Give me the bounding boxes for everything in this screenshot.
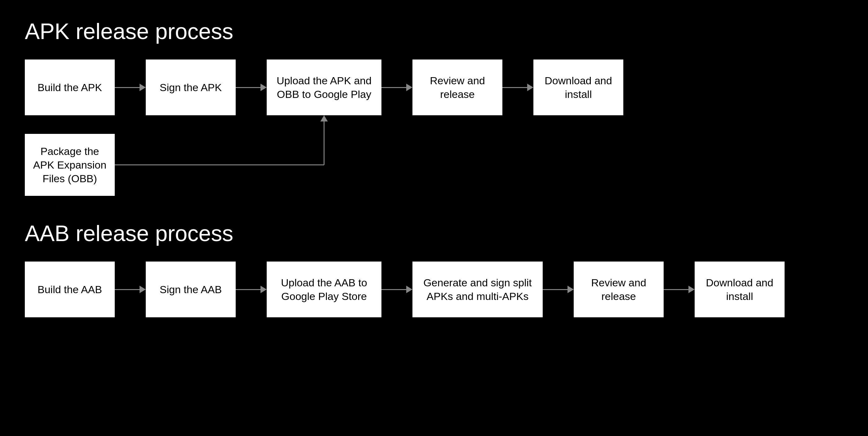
arrow-1 <box>115 84 146 91</box>
arrow-head <box>140 84 146 91</box>
sign-aab-box: Sign the AAB <box>146 262 236 317</box>
arrow-line <box>236 87 260 88</box>
arrow-head <box>688 286 695 293</box>
arrow-line <box>664 289 688 290</box>
arrow-head <box>406 286 412 293</box>
review-aab-box: Review and release <box>574 262 664 317</box>
apk-top-flow: Build the APK Sign the APK <box>25 60 623 115</box>
arrow-4 <box>502 84 533 91</box>
review-apk-box: Review and release <box>412 60 502 115</box>
arrow-head <box>406 84 412 91</box>
arrow-aab-2 <box>236 286 267 293</box>
arrow-3 <box>381 84 412 91</box>
obb-box: Package the APK Expansion Files (OBB) <box>25 134 115 196</box>
arrow-head <box>567 286 574 293</box>
svg-marker-2 <box>320 115 328 122</box>
aab-flow-row: Build the AAB Sign the AAB Upload the AA… <box>25 262 843 317</box>
arrow-line <box>381 289 406 290</box>
arrow-head <box>140 286 146 293</box>
aab-section: AAB release process Build the AAB Sign t… <box>25 221 843 317</box>
arrow-head <box>527 84 533 91</box>
arrow-aab-4 <box>543 286 574 293</box>
build-aab-box: Build the AAB <box>25 262 115 317</box>
arrow-line <box>502 87 527 88</box>
arrow-2 <box>236 84 267 91</box>
arrow-aab-3 <box>381 286 412 293</box>
apk-section: APK release process Build the APK Sign t… <box>25 19 843 214</box>
arrow-head <box>260 286 267 293</box>
download-apk-box: Download and install <box>533 60 623 115</box>
download-aab-box: Download and install <box>695 262 784 317</box>
arrow-head <box>260 84 267 91</box>
arrow-line <box>236 289 260 290</box>
sign-apk-box: Sign the APK <box>146 60 236 115</box>
upload-aab-box: Upload the AAB to Google Play Store <box>267 262 381 317</box>
arrow-line <box>115 87 140 88</box>
arrow-aab-1 <box>115 286 146 293</box>
build-apk-box: Build the APK <box>25 60 115 115</box>
apk-flow-area: Build the APK Sign the APK <box>25 60 843 214</box>
apk-title: APK release process <box>25 19 843 44</box>
generate-aab-box: Generate and sign split APKs and multi-A… <box>412 262 543 317</box>
aab-title: AAB release process <box>25 221 843 246</box>
arrow-line <box>381 87 406 88</box>
arrow-line <box>543 289 567 290</box>
page: APK release process Build the APK Sign t… <box>0 0 868 436</box>
upload-apk-box: Upload the APK and OBB to Google Play <box>267 60 381 115</box>
arrow-aab-5 <box>664 286 695 293</box>
arrow-line <box>115 289 140 290</box>
